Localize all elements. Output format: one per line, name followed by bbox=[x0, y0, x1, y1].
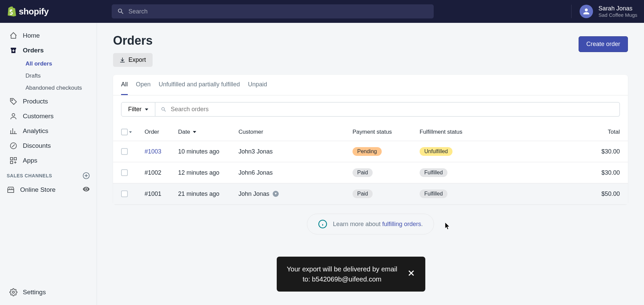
home-icon bbox=[9, 32, 17, 40]
order-id: #1001 bbox=[145, 190, 178, 198]
global-search[interactable] bbox=[112, 4, 434, 18]
table-row[interactable]: #100310 minutes agoJohn3 JonasPendingUnf… bbox=[113, 141, 628, 162]
export-toast: Your export will be delivered by email t… bbox=[277, 257, 425, 292]
help-link[interactable]: fulfilling orders bbox=[382, 221, 421, 227]
payment-badge: Pending bbox=[353, 147, 382, 156]
settings-icon bbox=[9, 288, 17, 296]
sidebar-item-apps[interactable]: Apps bbox=[3, 153, 94, 168]
sidebar-item-discounts[interactable]: Discounts bbox=[3, 138, 94, 153]
checkbox-icon[interactable] bbox=[121, 129, 128, 135]
orders-icon bbox=[9, 46, 17, 54]
sidebar-item-label: Settings bbox=[23, 289, 46, 296]
fulfillment-badge: Unfulfilled bbox=[420, 147, 452, 156]
subnav-drafts[interactable]: Drafts bbox=[19, 70, 97, 82]
sidebar-item-customers[interactable]: Customers bbox=[3, 109, 94, 124]
add-channel-icon[interactable] bbox=[83, 172, 90, 179]
tab-all[interactable]: All bbox=[121, 81, 128, 95]
tab-unfulfilled[interactable]: Unfulfilled and partially fulfilled bbox=[159, 81, 240, 95]
info-icon bbox=[318, 219, 327, 229]
main-content: Orders Export Create order All Open Unfu… bbox=[97, 23, 644, 305]
order-search-input[interactable] bbox=[171, 106, 614, 113]
sidebar-item-analytics[interactable]: Analytics bbox=[3, 124, 94, 138]
th-customer[interactable]: Customer bbox=[238, 129, 353, 135]
order-date: 21 minutes ago bbox=[178, 190, 238, 198]
create-order-button[interactable]: Create order bbox=[579, 36, 628, 52]
logo-text: shopify bbox=[19, 6, 49, 17]
help-prefix: Learn more about bbox=[333, 221, 382, 227]
table-row[interactable]: #100212 minutes agoJohn6 JonasPaidFulfil… bbox=[113, 162, 628, 183]
note-icon[interactable] bbox=[273, 191, 279, 197]
help-pill: Learn more about fulfilling orders. bbox=[307, 214, 434, 234]
order-date: 12 minutes ago bbox=[178, 169, 238, 176]
sidebar-item-orders[interactable]: Orders bbox=[3, 43, 94, 58]
sidebar-item-label: Home bbox=[23, 32, 40, 39]
row-checkbox[interactable] bbox=[121, 169, 128, 176]
customers-icon bbox=[9, 112, 17, 120]
toast-close-button[interactable] bbox=[407, 269, 415, 279]
sidebar-item-label: Analytics bbox=[23, 127, 48, 135]
tabs: All Open Unfulfilled and partially fulfi… bbox=[113, 75, 628, 95]
row-checkbox[interactable] bbox=[121, 190, 128, 197]
sidebar-item-products[interactable]: Products bbox=[3, 94, 94, 109]
filter-row: Filter bbox=[113, 95, 628, 123]
row-checkbox[interactable] bbox=[121, 148, 128, 155]
page-title: Orders bbox=[113, 34, 153, 48]
th-date[interactable]: Date bbox=[178, 129, 238, 135]
user-menu[interactable]: Sarah Jonas Sad Coffee Mugs bbox=[571, 5, 637, 18]
analytics-icon bbox=[9, 127, 17, 135]
search-icon bbox=[117, 8, 124, 15]
channel-online-store[interactable]: Online Store bbox=[0, 182, 97, 198]
th-fulfillment[interactable]: Fulfillment status bbox=[420, 129, 500, 135]
th-payment[interactable]: Payment status bbox=[353, 129, 420, 135]
sort-desc-icon bbox=[193, 131, 196, 133]
sidebar-item-label: Discounts bbox=[23, 142, 51, 149]
svg-point-7 bbox=[12, 291, 14, 293]
orders-table: Order Date Customer Payment status Fulfi… bbox=[113, 123, 628, 204]
subnav-abandoned[interactable]: Abandoned checkouts bbox=[19, 82, 97, 94]
store-icon bbox=[7, 186, 15, 194]
order-id: #1002 bbox=[145, 169, 178, 176]
sidebar-item-label: Apps bbox=[23, 157, 37, 164]
discounts-icon bbox=[9, 142, 17, 150]
sidebar-item-settings[interactable]: Settings bbox=[3, 285, 94, 300]
chevron-down-icon bbox=[145, 108, 148, 111]
tab-open[interactable]: Open bbox=[136, 81, 151, 95]
sidebar-item-label: Orders bbox=[23, 47, 44, 54]
orders-subnav: All orders Drafts Abandoned checkouts bbox=[0, 58, 97, 94]
view-store-icon[interactable] bbox=[83, 185, 90, 194]
th-order[interactable]: Order bbox=[145, 129, 178, 135]
th-total[interactable]: Total bbox=[500, 129, 620, 135]
toast-line1: Your export will be delivered by email bbox=[287, 264, 397, 274]
select-all-checkbox[interactable] bbox=[121, 129, 145, 135]
filter-button[interactable]: Filter bbox=[121, 102, 155, 117]
toast-line2: to: b542069b@uifeed.com bbox=[287, 274, 397, 284]
apps-icon bbox=[9, 157, 17, 165]
shopify-logo[interactable]: shopify bbox=[7, 6, 49, 17]
order-search[interactable] bbox=[155, 102, 620, 117]
order-total: $30.00 bbox=[500, 169, 620, 176]
chevron-down-icon bbox=[129, 131, 132, 133]
table-header: Order Date Customer Payment status Fulfi… bbox=[113, 123, 628, 141]
user-info: Sarah Jonas Sad Coffee Mugs bbox=[598, 5, 637, 18]
table-row[interactable]: #100121 minutes agoJohn JonasPaidFulfill… bbox=[113, 183, 628, 204]
customer-name: John3 Jonas bbox=[238, 148, 353, 155]
export-label: Export bbox=[128, 56, 146, 63]
filter-label: Filter bbox=[128, 106, 142, 113]
channel-label: Online Store bbox=[20, 186, 56, 193]
tab-unpaid[interactable]: Unpaid bbox=[248, 81, 267, 95]
payment-badge: Paid bbox=[353, 189, 373, 198]
export-button[interactable]: Export bbox=[113, 53, 153, 67]
sidebar-item-home[interactable]: Home bbox=[3, 28, 94, 43]
payment-badge: Paid bbox=[353, 168, 373, 177]
global-search-input[interactable] bbox=[128, 8, 428, 15]
subnav-all-orders[interactable]: All orders bbox=[19, 58, 97, 70]
svg-point-0 bbox=[12, 100, 13, 101]
svg-rect-4 bbox=[14, 158, 16, 160]
close-icon bbox=[407, 269, 415, 277]
svg-point-1 bbox=[12, 114, 15, 116]
help-suffix: . bbox=[421, 221, 423, 227]
search-icon bbox=[161, 106, 167, 113]
help-row: Learn more about fulfilling orders. bbox=[113, 204, 628, 244]
order-id[interactable]: #1003 bbox=[145, 148, 178, 155]
top-header: shopify Sarah Jonas Sad Coffee Mugs bbox=[0, 0, 644, 23]
